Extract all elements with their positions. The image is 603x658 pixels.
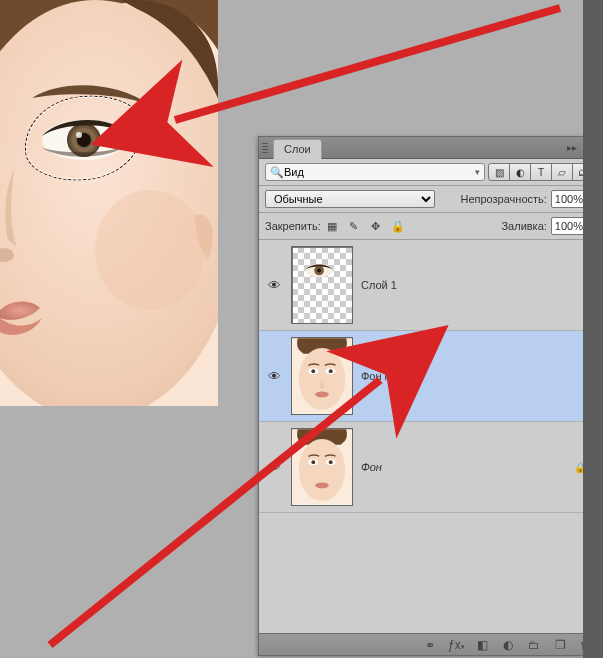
layer-name[interactable]: Фон	[361, 461, 382, 473]
layer-thumbnail[interactable]	[291, 246, 353, 324]
layer-list: 👁 Слой 1 👁	[259, 240, 600, 633]
search-icon: 🔍	[270, 166, 284, 179]
fill-label: Заливка:	[501, 220, 546, 232]
layers-panel: Слои ▸▸ ▾≡ 🔍 ▾ ▧ ◐ T ▱ 🗂 Обычные Непрозр…	[258, 136, 601, 656]
svg-point-10	[317, 269, 321, 273]
svg-point-23	[311, 460, 315, 464]
panel-footer: ⚭ ƒx▾ ◧ ◐ 🗀 ❐ 🗑	[259, 633, 600, 655]
svg-point-1	[0, 0, 218, 406]
svg-line-26	[175, 8, 560, 120]
filter-shape-icon[interactable]: ▱	[551, 163, 573, 181]
lock-pixels-icon[interactable]: ✎	[347, 219, 361, 233]
blend-mode-select[interactable]: Обычные	[265, 190, 435, 208]
layer-row[interactable]: 👁 Фон 🔒	[259, 422, 600, 513]
filter-segment: ▧ ◐ T ▱ 🗂	[489, 163, 594, 181]
filter-text-icon[interactable]: T	[530, 163, 552, 181]
canvas-face-image	[0, 0, 218, 406]
lock-transparency-icon[interactable]: ▦	[325, 219, 339, 233]
blend-row: Обычные Непрозрачность: 100%▾	[259, 186, 600, 213]
lock-label: Закрепить:	[265, 220, 321, 232]
svg-point-17	[315, 391, 329, 397]
fx-icon[interactable]: ƒx▾	[448, 638, 464, 652]
link-layers-icon[interactable]: ⚭	[422, 638, 438, 652]
svg-point-24	[329, 460, 333, 464]
visibility-toggle[interactable]: 👁	[265, 369, 283, 384]
svg-point-16	[329, 369, 333, 373]
layer-name[interactable]: Фон копия	[361, 370, 414, 382]
panel-grip[interactable]	[259, 137, 271, 158]
svg-point-5	[76, 132, 82, 138]
svg-point-25	[315, 482, 329, 488]
filter-pixel-icon[interactable]: ▧	[488, 163, 510, 181]
visibility-toggle[interactable]: 👁	[265, 278, 283, 293]
document-canvas[interactable]	[0, 0, 218, 406]
layer-name[interactable]: Слой 1	[361, 279, 397, 291]
filter-adjust-icon[interactable]: ◐	[509, 163, 531, 181]
collapse-double-arrow-icon[interactable]: ▸▸	[564, 141, 580, 155]
opacity-label: Непрозрачность:	[460, 193, 546, 205]
adjustment-icon[interactable]: ◐	[500, 638, 516, 652]
filter-row: 🔍 ▾ ▧ ◐ T ▱ 🗂	[259, 159, 600, 186]
svg-point-12	[299, 348, 345, 410]
filter-kind-input[interactable]	[284, 166, 475, 178]
svg-point-7	[95, 190, 205, 310]
svg-point-20	[299, 439, 345, 501]
lock-position-icon[interactable]: ✥	[369, 219, 383, 233]
group-icon[interactable]: 🗀	[526, 638, 542, 652]
lock-all-icon[interactable]: 🔒	[391, 219, 405, 233]
layers-tab[interactable]: Слои	[273, 139, 322, 159]
eye-icon: 👁	[268, 460, 281, 475]
visibility-toggle[interactable]: 👁	[265, 460, 283, 475]
new-layer-icon[interactable]: ❐	[552, 638, 568, 652]
layer-row[interactable]: 👁 Слой 1	[259, 240, 600, 331]
layer-thumbnail[interactable]	[291, 337, 353, 415]
panel-header: Слои ▸▸ ▾≡	[259, 137, 600, 159]
lock-row: Закрепить: ▦ ✎ ✥ 🔒 Заливка: 100%▾	[259, 213, 600, 240]
eye-icon: 👁	[268, 369, 281, 384]
mask-icon[interactable]: ◧	[474, 638, 490, 652]
svg-point-18	[320, 381, 324, 389]
eye-icon: 👁	[268, 278, 281, 293]
window-scroll-edge	[583, 0, 603, 658]
layer-row[interactable]: 👁 Фон копия	[259, 331, 600, 422]
svg-point-15	[311, 369, 315, 373]
chevron-down-icon: ▾	[475, 167, 480, 177]
layer-thumbnail[interactable]	[291, 428, 353, 506]
layer-filter-kind[interactable]: 🔍 ▾	[265, 163, 485, 181]
